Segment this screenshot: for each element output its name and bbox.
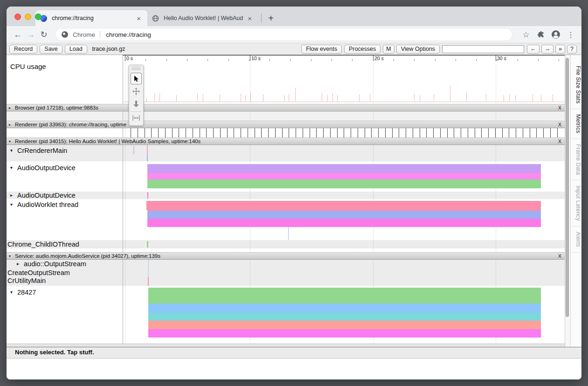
analysis-panel: Nothing selected. Tap stuff.: [7, 347, 581, 379]
side-tab-alerts[interactable]: Alerts: [571, 227, 581, 252]
thread-label-audiooutputdevice-2[interactable]: ▸ AudioOutputDevice: [7, 192, 123, 199]
thread-name: Chrome_ChildIOThread: [7, 241, 79, 248]
createoutputstream-track[interactable]: [123, 269, 565, 277]
side-tab-file-size-stats[interactable]: File Size Stats: [571, 61, 581, 109]
vertical-scrollbar[interactable]: [565, 55, 570, 347]
close-track-button[interactable]: X: [558, 138, 561, 144]
back-button[interactable]: ←: [11, 28, 24, 41]
audiooutputdevice-2-track[interactable]: [123, 192, 565, 199]
side-tab-input-latency[interactable]: Input Latency: [571, 180, 581, 227]
flow-events-button[interactable]: Flow events: [301, 45, 342, 54]
close-track-button[interactable]: X: [558, 253, 561, 259]
profile-avatar-icon[interactable]: [550, 28, 562, 41]
bookmark-star-icon[interactable]: ☆: [520, 28, 532, 41]
browser-track[interactable]: [123, 111, 565, 121]
timeline-ruler: 0 s 10 s 20 s 30 s: [123, 55, 565, 61]
cursor-arrow-icon: [133, 75, 139, 83]
thread-label-audioworklet[interactable]: ▾ AudioWorklet thread: [7, 199, 123, 240]
ruler-tick-label: 0 s: [126, 55, 133, 61]
cpu-usage-track[interactable]: [123, 61, 565, 104]
find-next-button[interactable]: →: [541, 45, 554, 54]
cpu-usage-row: CPU usage: [7, 61, 565, 104]
side-tab-metrics[interactable]: Metrics: [571, 109, 581, 139]
thread-label-childiothread[interactable]: Chrome_ChildIOThread: [7, 240, 123, 248]
childiothread-track[interactable]: [123, 240, 565, 248]
thread-label-audiooutputdevice-1[interactable]: ▾ AudioOutputDevice: [7, 161, 123, 192]
thread-name: 28427: [17, 289, 36, 296]
thread-row-audioworklet: ▾ AudioWorklet thread: [7, 199, 565, 240]
crrenderermain-track[interactable]: [123, 145, 565, 161]
pan-move-icon: [132, 88, 140, 95]
tab-tracing[interactable]: chrome://tracing ×: [35, 10, 147, 26]
record-button[interactable]: Record: [9, 45, 37, 54]
process-header-audio-service[interactable]: ▾ Service: audio.mojom.AudioService (pid…: [7, 252, 565, 260]
close-window-button[interactable]: [14, 14, 21, 20]
tab-audio-worklet[interactable]: Hello Audio Worklet! | WebAud ×: [147, 10, 258, 26]
analysis-result-area: [7, 358, 581, 379]
expand-triangle-icon: ▾: [9, 254, 15, 258]
thread-name: CreateOutputStream: [7, 269, 70, 276]
minimize-window-button[interactable]: [25, 14, 31, 20]
side-tab-frame-data[interactable]: Frame Data: [571, 139, 581, 180]
find-input[interactable]: [442, 45, 524, 53]
thread-label-createoutputstream[interactable]: CreateOutputStream: [7, 269, 123, 277]
ruler-tick-label: 20 s: [374, 55, 384, 61]
load-button[interactable]: Load: [65, 45, 87, 54]
more-tools-button[interactable]: »: [555, 45, 565, 54]
thread-name: audio::OutputStream: [24, 260, 86, 268]
tab-close-icon[interactable]: ×: [135, 14, 143, 22]
thread-28427-track[interactable]: [123, 286, 565, 344]
view-options-button[interactable]: View Options: [396, 45, 440, 54]
zoom-tool-button[interactable]: [131, 98, 142, 110]
process-header-renderer-tracing[interactable]: ▸ Renderer (pid 33963): chrome://tracing…: [7, 121, 565, 128]
processes-button[interactable]: Processes: [344, 45, 380, 54]
save-button[interactable]: Save: [40, 45, 62, 54]
browser-window: chrome://tracing × Hello Audio Worklet! …: [7, 7, 581, 379]
expand-triangle-icon: ▾: [10, 289, 17, 295]
site-info-icon[interactable]: [62, 31, 68, 38]
address-bar[interactable]: Chrome chrome://tracing: [55, 28, 512, 41]
process-title: Renderer (pid 34015): Hello Audio Workle…: [15, 138, 201, 144]
maximize-window-button[interactable]: [35, 14, 42, 20]
forward-button[interactable]: →: [24, 28, 37, 41]
window-controls: [14, 14, 42, 20]
expand-triangle-icon: ▾: [9, 139, 15, 144]
thread-label-crutilitymain[interactable]: CrUtilityMain: [7, 277, 123, 286]
trace-filename: trace.json.gz: [92, 46, 125, 52]
reload-button[interactable]: ↻: [37, 28, 50, 41]
close-track-button[interactable]: X: [558, 122, 561, 127]
crutilitymain-track[interactable]: [123, 277, 565, 286]
thread-label-outputstream[interactable]: ▸ audio::OutputStream: [7, 260, 123, 269]
audioworklet-track[interactable]: [123, 199, 565, 240]
renderer-tracing-track-row: [7, 128, 565, 138]
process-header-browser[interactable]: ▸ Browser (pid 17218), uptime:9883s X: [7, 104, 565, 111]
process-header-renderer-audio[interactable]: ▾ Renderer (pid 34015): Hello Audio Work…: [7, 138, 565, 145]
thread-label-crrenderermain[interactable]: ▾ CrRendererMain: [7, 145, 123, 161]
pan-tool-button[interactable]: [131, 85, 142, 97]
close-track-button[interactable]: X: [558, 105, 561, 110]
globe-favicon-icon: [152, 15, 159, 22]
extensions-puzzle-icon[interactable]: [535, 28, 547, 41]
audiooutputdevice-1-track[interactable]: [123, 161, 565, 192]
thread-label-28427[interactable]: ▾ 28427: [7, 286, 123, 344]
tab-close-icon[interactable]: ×: [246, 14, 254, 22]
browser-menu-icon[interactable]: ⋮: [565, 28, 577, 41]
help-button[interactable]: ?: [567, 45, 577, 54]
collapse-triangle-icon: ▸: [9, 106, 15, 110]
navigation-bar: ← → ↻ Chrome chrome://tracing ☆ ⋮: [7, 26, 581, 43]
selection-tool-button[interactable]: [131, 73, 142, 84]
thread-name: CrUtilityMain: [7, 277, 46, 284]
new-tab-button[interactable]: +: [264, 12, 277, 25]
metrics-button[interactable]: M: [383, 45, 394, 54]
renderer-tracing-track[interactable]: [123, 128, 565, 138]
timing-tool-button[interactable]: [131, 111, 142, 123]
selection-status-text: Nothing selected. Tap stuff.: [7, 347, 581, 358]
collapse-triangle-icon: ▸: [17, 260, 24, 266]
horizontal-scrollbar[interactable]: [7, 344, 565, 347]
timeline-view: 0 s 10 s 20 s 30 s CPU usage ▸ Browser (…: [7, 55, 565, 347]
palette-drag-handle[interactable]: [131, 67, 141, 71]
find-previous-button[interactable]: ←: [527, 45, 540, 54]
thread-row-audiooutputdevice-1: ▾ AudioOutputDevice: [7, 161, 565, 192]
scrollbar-thumb[interactable]: [566, 58, 569, 317]
outputstream-track[interactable]: [123, 260, 565, 269]
